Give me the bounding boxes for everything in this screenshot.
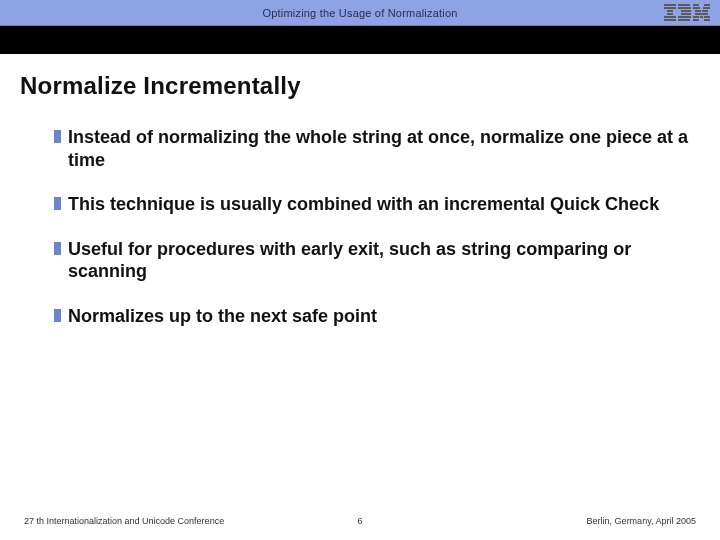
footer-left: 27 th Internationalization and Unicode C… [24, 516, 340, 526]
svg-rect-7 [678, 7, 691, 9]
footer-page: 6 [340, 516, 380, 526]
svg-rect-16 [695, 10, 701, 12]
slide-body: Normalize Incrementally Instead of norma… [0, 54, 720, 516]
footer: 27 th Internationalization and Unicode C… [0, 516, 720, 540]
list-item: Instead of normalizing the whole string … [54, 126, 700, 171]
slide-title: Normalize Incrementally [20, 72, 700, 100]
svg-rect-0 [664, 4, 676, 6]
footer-right: Berlin, Germany, April 2005 [380, 516, 696, 526]
svg-rect-4 [664, 16, 676, 18]
header-bar: Optimizing the Usage of Normalization [0, 0, 720, 26]
ibm-logo-icon [664, 4, 710, 22]
header-title: Optimizing the Usage of Normalization [262, 7, 457, 19]
svg-rect-3 [667, 13, 673, 15]
svg-rect-23 [704, 19, 710, 21]
svg-rect-17 [702, 10, 708, 12]
svg-rect-6 [678, 4, 690, 6]
svg-rect-20 [700, 16, 703, 18]
svg-rect-15 [703, 7, 710, 9]
list-item: Useful for procedures with early exit, s… [54, 238, 700, 283]
svg-rect-22 [693, 19, 699, 21]
svg-rect-8 [681, 10, 691, 12]
slide: Optimizing the Usage of Normalization [0, 0, 720, 540]
svg-rect-21 [704, 16, 710, 18]
svg-rect-18 [695, 13, 708, 15]
svg-rect-10 [678, 16, 691, 18]
svg-rect-1 [664, 7, 676, 9]
svg-rect-13 [704, 4, 710, 6]
svg-rect-11 [678, 19, 690, 21]
svg-rect-14 [693, 7, 700, 9]
svg-rect-9 [681, 13, 691, 15]
bullet-list: Instead of normalizing the whole string … [20, 126, 700, 327]
header-black-band [0, 26, 720, 54]
list-item: Normalizes up to the next safe point [54, 305, 700, 328]
svg-rect-2 [667, 10, 673, 12]
svg-rect-12 [693, 4, 699, 6]
list-item: This technique is usually combined with … [54, 193, 700, 216]
svg-rect-5 [664, 19, 676, 21]
svg-rect-19 [693, 16, 699, 18]
